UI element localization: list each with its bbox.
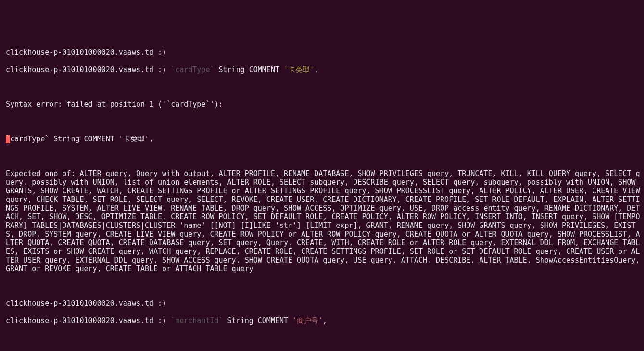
expected-block-1: Expected one of: ALTER query, Query with…	[6, 169, 642, 273]
blank-2	[6, 117, 642, 126]
input-line-2: clickhouse-p-010101000020.vaaws.td :) `m…	[6, 316, 642, 325]
syntax-error-1: Syntax error: failed at position 1 ('`ca…	[6, 100, 642, 109]
blank-1	[6, 83, 642, 91]
prompt-line-2: clickhouse-p-010101000020.vaaws.td :)	[6, 299, 642, 308]
input-line-1: clickhouse-p-010101000020.vaaws.td :) `c…	[6, 65, 642, 74]
echo-line-1: `cardType` String COMMENT '卡类型',	[6, 135, 642, 143]
blank-3	[6, 152, 642, 161]
blank-4	[6, 282, 642, 290]
terminal-output[interactable]: clickhouse-p-010101000020.vaaws.td :) cl…	[6, 39, 642, 351]
prompt-line-1: clickhouse-p-010101000020.vaaws.td :)	[6, 48, 642, 57]
blank-5	[6, 334, 642, 342]
